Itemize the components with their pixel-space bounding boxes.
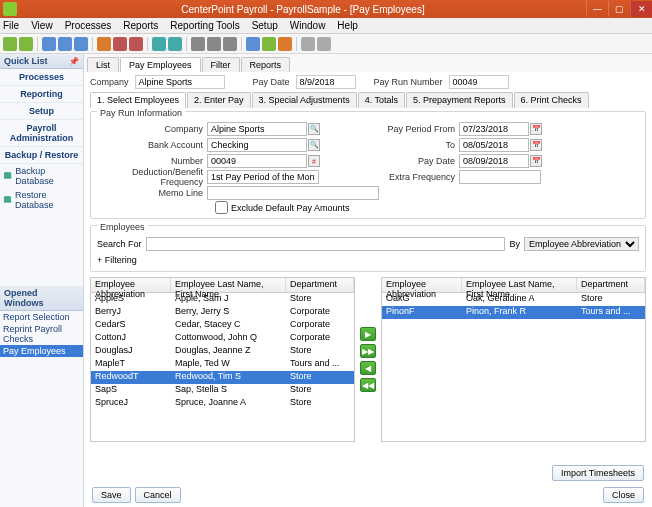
menu-reports[interactable]: Reports [123, 20, 158, 31]
menu-help[interactable]: Help [337, 20, 358, 31]
wiz-select-employees[interactable]: 1. Select Employees [90, 92, 186, 108]
toolbar-icon[interactable] [129, 37, 143, 51]
toolbar-icon[interactable] [278, 37, 292, 51]
toolbar-icon[interactable] [113, 37, 127, 51]
paydate-input[interactable] [459, 154, 529, 168]
calendar-icon[interactable]: 📅 [530, 123, 542, 135]
extra-input[interactable] [459, 170, 541, 184]
exclude-checkbox[interactable] [215, 201, 228, 214]
lookup-icon[interactable]: 🔍 [308, 139, 320, 151]
wiz-totals[interactable]: 4. Totals [358, 92, 405, 108]
calendar-icon[interactable]: 📅 [530, 155, 542, 167]
save-button[interactable]: Save [92, 487, 131, 503]
selected-employees-table[interactable]: Employee Abbreviation Employee Last Name… [381, 277, 646, 442]
table-row[interactable]: BerryJBerry, Jerry SCorporate [91, 306, 354, 319]
toolbar-icon[interactable] [42, 37, 56, 51]
employees-legend: Employees [97, 222, 148, 232]
table-row[interactable]: OakGOak, Geraldine AStore [382, 293, 645, 306]
menu-reporting-tools[interactable]: Reporting Tools [170, 20, 239, 31]
col-name[interactable]: Employee Last Name, First Name [462, 278, 577, 292]
menu-setup[interactable]: Setup [252, 20, 278, 31]
toolbar-icon[interactable] [74, 37, 88, 51]
toolbar-icon[interactable] [3, 37, 17, 51]
paydate-label: Pay Date [253, 77, 290, 87]
ql-payroll-admin[interactable]: Payroll Administration [0, 120, 83, 147]
menu-file[interactable]: File [3, 20, 19, 31]
toolbar-icon[interactable] [223, 37, 237, 51]
menu-view[interactable]: View [31, 20, 53, 31]
toolbar-icon[interactable] [19, 37, 33, 51]
toolbar-icon[interactable] [97, 37, 111, 51]
minimize-button[interactable]: — [586, 1, 608, 17]
ql-processes[interactable]: Processes [0, 69, 83, 86]
table-row[interactable]: SapSSap, Stella SStore [91, 384, 354, 397]
table-row[interactable]: CedarSCedar, Stacey CCorporate [91, 319, 354, 332]
pin-icon[interactable]: 📌 [69, 57, 79, 66]
table-row[interactable]: PinonFPinon, Frank RTours and ... [382, 306, 645, 319]
memo-input[interactable] [207, 186, 379, 200]
period-from-input[interactable] [459, 122, 529, 136]
col-dept[interactable]: Department [577, 278, 645, 292]
search-input[interactable] [146, 237, 506, 251]
toolbar-icon[interactable] [58, 37, 72, 51]
toolbar-icon[interactable] [207, 37, 221, 51]
opened-window-item[interactable]: Pay Employees [0, 345, 83, 357]
move-right-button[interactable]: ▶ [360, 327, 376, 341]
col-abbrev[interactable]: Employee Abbreviation [382, 278, 462, 292]
col-dept[interactable]: Department [286, 278, 354, 292]
ql-backup-restore[interactable]: Backup / Restore [0, 147, 83, 164]
available-employees-table[interactable]: Employee Abbreviation Employee Last Name… [90, 277, 355, 442]
sequence-icon[interactable]: # [308, 155, 320, 167]
toolbar-icon[interactable] [191, 37, 205, 51]
move-left-button[interactable]: ◀ [360, 361, 376, 375]
col-abbrev[interactable]: Employee Abbreviation [91, 278, 171, 292]
ql-setup[interactable]: Setup [0, 103, 83, 120]
move-all-right-button[interactable]: ▶▶ [360, 344, 376, 358]
maximize-button[interactable]: ▢ [608, 1, 630, 17]
wiz-special-adjustments[interactable]: 3. Special Adjustments [252, 92, 357, 108]
restore-database[interactable]: Restore Database [0, 188, 83, 212]
import-timesheets-button[interactable]: Import Timesheets [552, 465, 644, 481]
tab-pay-employees[interactable]: Pay Employees [120, 57, 201, 72]
wiz-enter-pay[interactable]: 2. Enter Pay [187, 92, 251, 108]
toolbar-icon[interactable] [317, 37, 331, 51]
table-row[interactable]: DouglasJDouglas, Jeanne ZStore [91, 345, 354, 358]
lookup-icon[interactable]: 🔍 [308, 123, 320, 135]
tab-reports[interactable]: Reports [241, 57, 291, 72]
freq-input[interactable] [207, 170, 319, 184]
move-all-left-button[interactable]: ◀◀ [360, 378, 376, 392]
menu-window[interactable]: Window [290, 20, 326, 31]
toolbar-icon[interactable] [168, 37, 182, 51]
wiz-prepayment-reports[interactable]: 5. Prepayment Reports [406, 92, 513, 108]
freq-label: Deduction/Benefit Frequency [97, 167, 207, 187]
table-row[interactable]: CottonJCottonwood, John QCorporate [91, 332, 354, 345]
company-input[interactable] [207, 122, 307, 136]
menu-processes[interactable]: Processes [65, 20, 112, 31]
sidebar: Quick List 📌 Processes Reporting Setup P… [0, 54, 84, 507]
col-name[interactable]: Employee Last Name, First Name [171, 278, 286, 292]
table-row[interactable]: MapleTMaple, Ted WTours and ... [91, 358, 354, 371]
ql-reporting[interactable]: Reporting [0, 86, 83, 103]
toolbar-icon[interactable] [152, 37, 166, 51]
table-row[interactable]: RedwoodTRedwood, Tim SStore [91, 371, 354, 384]
bank-input[interactable] [207, 138, 307, 152]
backup-database[interactable]: Backup Database [0, 164, 83, 188]
tab-list[interactable]: List [87, 57, 119, 72]
toolbar-icon[interactable] [301, 37, 315, 51]
opened-window-item[interactable]: Report Selection [0, 311, 83, 323]
opened-window-item[interactable]: Reprint Payroll Checks [0, 323, 83, 345]
by-select[interactable]: Employee Abbreviation [524, 237, 639, 251]
filtering-expander[interactable]: + Filtering [97, 253, 639, 267]
number-input[interactable] [207, 154, 307, 168]
toolbar-icon[interactable] [246, 37, 260, 51]
close-content-button[interactable]: Close [603, 487, 644, 503]
calendar-icon[interactable]: 📅 [530, 139, 542, 151]
wiz-print-checks[interactable]: 6. Print Checks [514, 92, 589, 108]
period-to-input[interactable] [459, 138, 529, 152]
table-row[interactable]: AppleSApple, Sam JStore [91, 293, 354, 306]
table-row[interactable]: SpruceJSpruce, Joanne AStore [91, 397, 354, 410]
close-button[interactable]: ✕ [630, 1, 652, 17]
toolbar-icon[interactable] [262, 37, 276, 51]
tab-filter[interactable]: Filter [202, 57, 240, 72]
cancel-button[interactable]: Cancel [135, 487, 181, 503]
